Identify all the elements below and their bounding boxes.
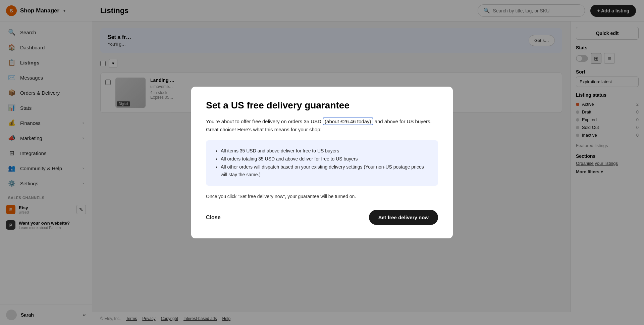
modal-bullet-2: All orders totaling 35 USD and above del… bbox=[221, 155, 430, 163]
modal-info-box: All items 35 USD and above deliver for f… bbox=[206, 140, 438, 186]
modal-overlay[interactable]: Set a US free delivery guarantee You're … bbox=[0, 0, 644, 325]
modal-bullets: All items 35 USD and above deliver for f… bbox=[214, 147, 430, 179]
modal-bullet-3: All other orders will dispatch based on … bbox=[221, 163, 430, 179]
modal-actions: Close Set free delivery now bbox=[206, 210, 438, 225]
modal-dialog: Set a US free delivery guarantee You're … bbox=[191, 87, 453, 238]
modal-close-button[interactable]: Close bbox=[206, 211, 221, 225]
modal-intro: You're about to offer free delivery on o… bbox=[206, 118, 438, 134]
modal-bullet-1: All items 35 USD and above deliver for f… bbox=[221, 147, 430, 155]
modal-highlight: (about £26.46 today) bbox=[323, 118, 373, 125]
modal-notice: Once you click "Set free delivery now", … bbox=[206, 194, 438, 199]
modal-confirm-button[interactable]: Set free delivery now bbox=[369, 210, 438, 225]
modal-title: Set a US free delivery guarantee bbox=[206, 100, 438, 111]
modal-intro-before: You're about to offer free delivery on o… bbox=[206, 119, 323, 124]
